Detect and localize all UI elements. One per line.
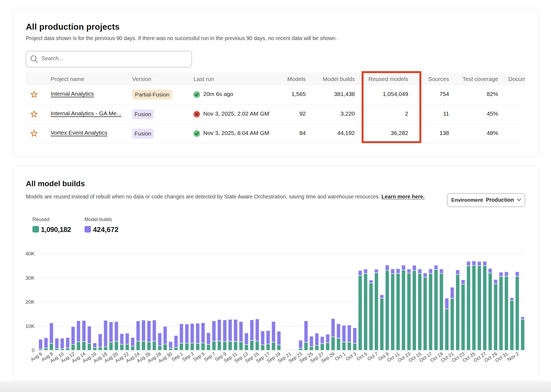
svg-text:Oct 1: Oct 1 <box>334 351 346 362</box>
svg-text:30K: 30K <box>25 275 35 281</box>
svg-text:Sep 1: Sep 1 <box>171 351 184 363</box>
svg-text:0: 0 <box>32 347 35 353</box>
svg-text:40K: 40K <box>25 251 35 257</box>
svg-text:Oct 31: Oct 31 <box>494 351 509 363</box>
svg-text:Sep 7: Sep 7 <box>203 351 216 363</box>
svg-text:10K: 10K <box>25 323 35 329</box>
svg-text:Sep 5: Sep 5 <box>192 351 205 363</box>
svg-text:Sep 3: Sep 3 <box>181 351 195 363</box>
svg-text:20K: 20K <box>25 299 35 305</box>
svg-text:Oct 3: Oct 3 <box>345 351 357 362</box>
svg-text:Oct 5: Oct 5 <box>356 351 368 362</box>
svg-text:Nov 2: Nov 2 <box>506 351 520 363</box>
svg-text:Oct 7: Oct 7 <box>367 351 379 362</box>
